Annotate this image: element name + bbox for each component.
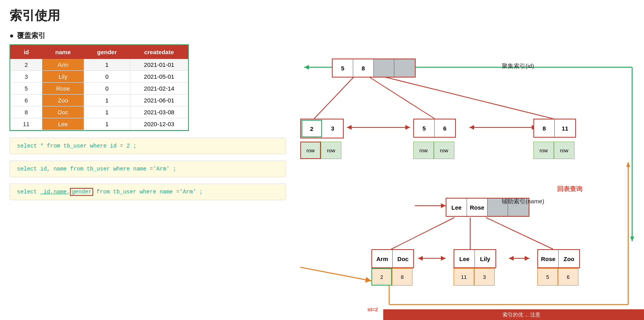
cell-gender: 0 bbox=[84, 83, 130, 95]
col-id: id bbox=[11, 45, 42, 59]
sql3-prefix: select bbox=[17, 189, 40, 195]
cell-createdate: 2020-12-03 bbox=[130, 118, 188, 130]
cluster-mid-2: 5 6 bbox=[413, 119, 456, 138]
leaf-row-3-1: row bbox=[533, 142, 554, 159]
leaf-row-3-2: row bbox=[554, 142, 574, 159]
table-row: 2Arm12021-01-01 bbox=[11, 59, 188, 71]
leaf-row-2-2: row bbox=[434, 142, 454, 159]
cell-gender: 1 bbox=[84, 106, 130, 118]
sql3-gender: gender bbox=[70, 188, 93, 196]
page: 索引使用 覆盖索引 id name gender createdate 2Arm… bbox=[0, 0, 644, 320]
svg-marker-9 bbox=[630, 237, 634, 241]
table-row: 11Lee12020-12-03 bbox=[11, 118, 188, 130]
aux-leaf-1-id-1: 2 bbox=[371, 268, 392, 286]
aux-leaf-1-wrap: Arm Doc 2 8 bbox=[371, 249, 414, 286]
aux-leaf-2-wrap: Lee Lily 11 3 bbox=[454, 249, 496, 286]
cell-createdate: 2021-03-08 bbox=[130, 106, 188, 118]
back-query-label: 回表查询 bbox=[557, 185, 582, 193]
sql-box-3: select _id,name,gender from tb_user wher… bbox=[9, 184, 286, 200]
cluster-mid-3-cell-1: 8 bbox=[534, 119, 555, 137]
sql-box-1: select * from tb_user where id = 2 ; bbox=[9, 138, 286, 154]
cluster-root-cell-4 bbox=[394, 59, 415, 77]
cluster-mid-1-cell-1: 2 bbox=[301, 120, 322, 137]
aux-root-cell-2: Rose bbox=[467, 199, 488, 216]
sql-box-2: select id, name from tb_user where name … bbox=[9, 161, 286, 177]
cell-gender: 1 bbox=[84, 59, 130, 71]
svg-line-1 bbox=[369, 77, 435, 119]
table-row: 8Doc12021-03-08 bbox=[11, 106, 188, 118]
leaf-row-2-1: row bbox=[413, 142, 434, 159]
cell-name: Doc bbox=[42, 106, 84, 118]
cluster-root-node: 5 8 bbox=[332, 59, 416, 78]
sql3-suffix: from tb_user where name ='Arm' ; bbox=[93, 189, 203, 195]
cluster-mid-3: 8 11 bbox=[533, 119, 576, 138]
col-createdate: createdate bbox=[130, 45, 188, 59]
cluster-mid-3-cell-2: 11 bbox=[555, 119, 575, 137]
svg-line-19 bbox=[300, 265, 371, 281]
svg-marker-11 bbox=[304, 65, 309, 70]
cell-id: 6 bbox=[11, 95, 42, 106]
cell-name: Zoo bbox=[42, 95, 84, 106]
cell-id: 2 bbox=[11, 59, 42, 71]
aux-leaf-3-wrap: Rose Zoo 5 6 bbox=[537, 249, 580, 286]
col-gender: gender bbox=[84, 45, 130, 59]
cluster-mid-1: 2 3 bbox=[300, 119, 344, 138]
cluster-mid-2-cell-2: 6 bbox=[435, 119, 455, 137]
svg-line-14 bbox=[486, 218, 553, 249]
aux-leaf-3-ids: 5 6 bbox=[537, 268, 580, 286]
svg-marker-23 bbox=[626, 162, 630, 167]
id-eq-label: id=2 bbox=[367, 307, 378, 312]
aux-leaf-3-id-2: 6 bbox=[558, 268, 578, 286]
table-row: 6Zoo12021-06-01 bbox=[11, 95, 188, 106]
aux-leaf-1-ids: 2 8 bbox=[371, 268, 414, 286]
cell-id: 5 bbox=[11, 83, 42, 95]
cluster-root-cell-2: 8 bbox=[353, 59, 374, 77]
aux-leaf-2-ids: 11 3 bbox=[454, 268, 496, 286]
aux-leaf-3-cell-2: Zoo bbox=[559, 250, 579, 267]
bottom-bar: 索引的优 ... 注意 bbox=[383, 309, 644, 320]
svg-line-12 bbox=[391, 218, 454, 249]
aux-leaf-1-cell-1: Arm bbox=[372, 250, 393, 267]
cluster-root-cell-1: 5 bbox=[333, 59, 353, 77]
cell-gender: 0 bbox=[84, 71, 130, 83]
sql2-text: select id, name from tb_user where name … bbox=[17, 166, 176, 172]
aux-leaf-3-id-1: 5 bbox=[537, 268, 558, 286]
cell-gender: 1 bbox=[84, 95, 130, 106]
svg-line-0 bbox=[314, 77, 354, 119]
col-name: name bbox=[42, 45, 84, 59]
cluster-leaf-3: row row bbox=[533, 142, 574, 159]
aux-leaf-1: Arm Doc bbox=[371, 249, 414, 268]
aux-leaf-2-cell-2: Lily bbox=[475, 250, 495, 267]
aux-index-label: 辅助索引(name) bbox=[502, 198, 544, 205]
sql1-text: select * from tb_user where id = 2 ; bbox=[17, 143, 136, 149]
cell-id: 11 bbox=[11, 118, 42, 130]
cell-gender: 1 bbox=[84, 118, 130, 130]
leaf-row-1-2: row bbox=[321, 142, 341, 159]
cell-id: 8 bbox=[11, 106, 42, 118]
cell-name: Rose bbox=[42, 83, 84, 95]
aux-leaf-2-id-2: 3 bbox=[474, 268, 495, 286]
cell-createdate: 2021-05-01 bbox=[130, 71, 188, 83]
cluster-index-label: 聚集索引(id) bbox=[502, 62, 534, 70]
cluster-root-cell-3 bbox=[374, 59, 394, 77]
aux-leaf-3: Rose Zoo bbox=[537, 249, 580, 268]
aux-root-cell-1: Lee bbox=[446, 199, 467, 216]
svg-line-2 bbox=[385, 77, 553, 119]
cluster-mid-2-cell-1: 5 bbox=[414, 119, 435, 137]
aux-leaf-2-cell-1: Lee bbox=[454, 250, 475, 267]
bottom-bar-text: 索引的优 ... 注意 bbox=[503, 311, 540, 318]
cell-id: 3 bbox=[11, 71, 42, 83]
cell-name: Lily bbox=[42, 71, 84, 83]
aux-leaf-2: Lee Lily bbox=[454, 249, 496, 268]
leaf-row-1-1: row bbox=[300, 142, 321, 159]
cluster-leaf-2: row row bbox=[413, 142, 454, 159]
cell-createdate: 2021-02-14 bbox=[130, 83, 188, 95]
aux-leaf-2-id-1: 11 bbox=[454, 268, 474, 286]
aux-leaf-1-id-2: 8 bbox=[392, 268, 412, 286]
cell-name: Lee bbox=[42, 118, 84, 130]
cluster-mid-1-cell-2: 3 bbox=[322, 119, 343, 137]
cell-createdate: 2021-06-01 bbox=[130, 95, 188, 106]
diagram: 5 8 聚集索引(id) 2 3 5 6 8 11 row row bbox=[300, 4, 640, 320]
cluster-leaf-1: row row bbox=[300, 142, 341, 159]
sql3-id-name: _id,name bbox=[40, 189, 67, 195]
